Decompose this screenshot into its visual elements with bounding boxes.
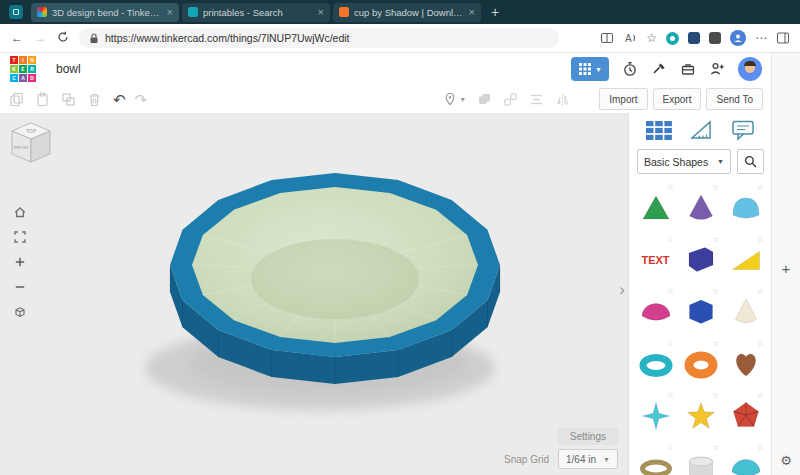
shape-icosahedron[interactable]: ☆: [724, 391, 767, 441]
shape-dome-teal[interactable]: ☆: [724, 443, 767, 475]
sidebar-settings-icon[interactable]: ⚙: [772, 454, 800, 467]
browser-tab-3[interactable]: cup by Shadow | Download free ×: [333, 3, 481, 22]
shape-box[interactable]: ☆: [679, 235, 722, 285]
shape-paraboloid[interactable]: ☆: [724, 287, 767, 337]
bowl-3d-object[interactable]: [0, 113, 628, 475]
favorite-star-icon[interactable]: ☆: [712, 236, 719, 244]
copilot-icon[interactable]: [666, 32, 679, 45]
favorite-star-icon[interactable]: ☆: [712, 288, 719, 296]
shape-hemisphere[interactable]: ☆: [634, 287, 677, 337]
forward-button[interactable]: →: [33, 32, 47, 44]
extension-icon-2[interactable]: [709, 32, 721, 44]
search-button[interactable]: [737, 149, 764, 174]
shape-star5[interactable]: ☆: [679, 391, 722, 441]
shape-ring[interactable]: ☆: [634, 443, 677, 475]
favorite-star-icon[interactable]: ☆: [667, 392, 674, 400]
tab-close-icon[interactable]: ×: [469, 7, 475, 18]
shape-dome[interactable]: ☆: [724, 183, 767, 233]
sidebar-toggle-icon[interactable]: [776, 31, 790, 45]
tab-close-icon[interactable]: ×: [167, 7, 173, 18]
favorite-star-icon[interactable]: ☆: [712, 392, 719, 400]
briefcase-button[interactable]: [680, 61, 696, 77]
settings-button[interactable]: Settings: [558, 428, 618, 445]
shape-wedge[interactable]: ☆: [724, 235, 767, 285]
favorite-star-icon[interactable]: ☆: [757, 340, 764, 348]
shape-cylinder[interactable]: ☆: [679, 443, 722, 475]
copy-button[interactable]: [9, 92, 24, 107]
tinkercad-logo[interactable]: TINKERCAD: [10, 56, 36, 82]
shape-torus-thick[interactable]: ☆: [679, 339, 722, 389]
delete-button[interactable]: [87, 92, 102, 107]
home-view-button[interactable]: [13, 205, 27, 219]
browser-tab-1[interactable]: 3D design bend - Tinkercad ×: [31, 3, 179, 22]
notes-icon[interactable]: [731, 119, 755, 141]
redo-button[interactable]: ↷: [135, 92, 148, 107]
perspective-toggle-button[interactable]: [13, 305, 27, 319]
favorite-star-icon[interactable]: ☆: [712, 340, 719, 348]
favorite-star-icon[interactable]: ☆: [757, 392, 764, 400]
shape-text[interactable]: ☆TEXT: [634, 235, 677, 285]
extension-icon-1[interactable]: [688, 32, 700, 44]
read-aloud-icon[interactable]: A: [623, 31, 637, 45]
workplane-pin-dropdown[interactable]: ▼: [443, 92, 466, 106]
shape-cone[interactable]: ☆: [679, 183, 722, 233]
duplicate-button[interactable]: [61, 92, 76, 107]
snap-grid-select[interactable]: 1/64 in ▼: [558, 449, 618, 469]
shape-torus[interactable]: ☆: [634, 339, 677, 389]
shape-star4[interactable]: ☆: [634, 391, 677, 441]
favorite-star-icon[interactable]: ☆: [712, 184, 719, 192]
design-title[interactable]: bowl: [56, 62, 81, 76]
shape-category-select[interactable]: Basic Shapes ▼: [637, 149, 731, 174]
browser-tab-2[interactable]: printables - Search ×: [182, 3, 330, 22]
3d-viewport[interactable]: TOP FRONT › Settings Snap Grid 1/64 in: [0, 113, 628, 475]
favorite-star-icon[interactable]: ☆: [757, 288, 764, 296]
refresh-button[interactable]: [56, 31, 70, 45]
view-cube[interactable]: TOP FRONT: [8, 119, 54, 165]
zoom-in-button[interactable]: [13, 255, 27, 269]
import-button[interactable]: Import: [599, 88, 647, 110]
fit-view-button[interactable]: [13, 230, 27, 244]
mirror-button[interactable]: [555, 92, 570, 107]
export-button[interactable]: Export: [653, 88, 702, 110]
favorite-star-icon[interactable]: ☆: [667, 236, 674, 244]
browser-profile-avatar[interactable]: [730, 30, 746, 46]
blocks-hammer-button[interactable]: [651, 61, 667, 77]
shape-pyramid[interactable]: ☆: [634, 183, 677, 233]
lock-icon: [89, 33, 99, 44]
favorite-star-icon[interactable]: ☆: [757, 444, 764, 452]
favorite-star-icon[interactable]: ☆: [712, 444, 719, 452]
favorite-star-icon[interactable]: ☆: [667, 340, 674, 348]
favorite-star-icon[interactable]: ☆: [757, 184, 764, 192]
url-bar[interactable]: https://www.tinkercad.com/things/7lNUP7U…: [79, 28, 559, 48]
dashboard-grid-button[interactable]: ▼: [571, 57, 609, 81]
new-tab-button[interactable]: +: [491, 4, 499, 20]
zoom-out-button[interactable]: [13, 280, 27, 294]
sim-lab-button[interactable]: [622, 61, 638, 77]
group-button[interactable]: [477, 92, 492, 107]
workplane-icon[interactable]: [646, 121, 672, 140]
more-menu-icon[interactable]: ⋯: [755, 32, 767, 44]
shape-cube[interactable]: ☆: [679, 287, 722, 337]
paste-button[interactable]: [35, 92, 50, 107]
favorite-star-icon[interactable]: ☆: [667, 288, 674, 296]
snap-grid-label: Snap Grid: [504, 454, 549, 465]
favorites-star-icon[interactable]: ☆: [646, 32, 657, 44]
sidebar-add-icon[interactable]: +: [772, 261, 800, 276]
favorite-star-icon[interactable]: ☆: [757, 236, 764, 244]
browser-workspace-icon[interactable]: [9, 5, 23, 19]
tab-close-icon[interactable]: ×: [318, 7, 324, 18]
align-button[interactable]: [529, 92, 544, 107]
collaborate-button[interactable]: [709, 61, 725, 77]
favorite-star-icon[interactable]: ☆: [667, 444, 674, 452]
undo-button[interactable]: ↶: [113, 92, 126, 107]
chevron-down-icon: ▼: [459, 96, 466, 103]
shape-heart[interactable]: ☆: [724, 339, 767, 389]
ungroup-button[interactable]: [503, 92, 518, 107]
back-button[interactable]: ←: [10, 32, 24, 44]
ruler-icon[interactable]: [689, 119, 713, 141]
send-to-button[interactable]: Send To: [706, 88, 763, 110]
user-avatar[interactable]: [738, 57, 762, 81]
panel-collapse-arrow[interactable]: ›: [619, 281, 625, 298]
favorite-star-icon[interactable]: ☆: [667, 184, 674, 192]
split-screen-icon[interactable]: [600, 31, 614, 45]
